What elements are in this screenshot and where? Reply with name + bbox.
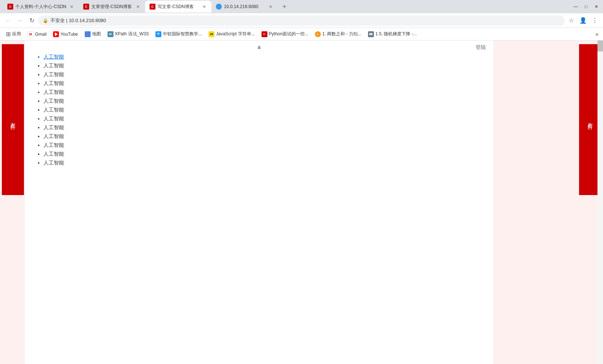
list-item-text-10: 人工智能	[43, 133, 64, 139]
tab2-close[interactable]: ✕	[135, 4, 141, 10]
bookmark-apps[interactable]: ⊞ 应用	[3, 29, 24, 39]
list-item-text-13: 人工智能	[43, 160, 64, 166]
list-item-text-7: 人工智能	[43, 107, 64, 113]
list-item: 人工智能	[43, 71, 486, 78]
tab-article-mgmt[interactable]: C 文章管理-CSDN博客 ✕	[79, 1, 145, 13]
list-item-link-1[interactable]: 人工智能	[43, 54, 64, 60]
main-content: 左广告 登陆 a 人工智能 人工智能 人工智能 人工智能 人工智能	[0, 40, 603, 364]
js-label: JavaScript 字符串...	[216, 31, 255, 37]
zhsoft-icon: 中	[155, 31, 161, 37]
page-content: 登陆 a 人工智能 人工智能 人工智能 人工智能 人工智能 人工智能	[25, 40, 493, 364]
security-icon: 🔒	[43, 18, 48, 23]
minimize-button[interactable]: —	[572, 3, 579, 10]
tab3-label: 写文章-CSDN博客	[158, 4, 199, 10]
left-ad-text: 左广告	[10, 119, 16, 121]
list-item: 人工智能	[43, 107, 486, 113]
close-button[interactable]: ✕	[593, 3, 600, 10]
tab3-close[interactable]: ✕	[201, 4, 207, 10]
list-item: 人工智能	[43, 116, 486, 122]
list-item: 人工智能	[43, 98, 486, 105]
tab4-close[interactable]: ✕	[267, 4, 273, 10]
list-item: 人工智能	[43, 151, 486, 158]
list-item: 人工智能	[43, 89, 486, 96]
list-item-text-6: 人工智能	[43, 98, 64, 104]
url-text: 不安全 | 10.0.14.216:8080	[50, 17, 560, 24]
leetcode-label: 1. 两数之和 - 力扣...	[322, 31, 361, 37]
bookmark-youtube[interactable]: YouTube	[50, 30, 81, 39]
right-ad-text: 右广告	[587, 119, 593, 121]
bookmarks-bar: ⊞ 应用 M Gmail YouTube 📍 地图 W XPath 语法_W3S…	[0, 28, 603, 40]
menu-button[interactable]: ⋮	[590, 15, 600, 26]
bookmark-leetcode[interactable]: L 1. 两数之和 - 力扣...	[312, 29, 364, 39]
list-item-text-5: 人工智能	[43, 89, 64, 95]
tab4-label: 10.0.14.216:8080	[224, 4, 265, 9]
forward-button[interactable]: →	[15, 15, 25, 26]
login-link[interactable]: 登陆	[476, 44, 486, 51]
scrollbar-thumb[interactable]	[597, 40, 603, 52]
bookmark-star-button[interactable]: ☆	[566, 15, 576, 26]
ml-label: 1.5. 随机梯度下降 -...	[375, 31, 417, 37]
list-item: 人工智能	[43, 124, 486, 131]
youtube-icon	[53, 31, 59, 37]
tab-local-server[interactable]: 🌐 10.0.14.216:8080 ✕	[211, 1, 278, 13]
secure-label: 不安全 |	[50, 18, 67, 23]
apps-grid-icon: ⊞	[6, 31, 11, 38]
tab-write-article[interactable]: C 写文章-CSDN博客 ✕	[145, 1, 211, 13]
python-csdn-icon: C	[262, 31, 267, 37]
bookmark-maps[interactable]: 📍 地图	[82, 29, 104, 39]
bookmark-w3s[interactable]: W XPath 语法_W3S	[105, 29, 152, 39]
gmail-icon: M	[28, 31, 34, 37]
list-item: 人工智能	[43, 54, 486, 60]
tab2-label: 文章管理-CSDN博客	[91, 4, 133, 10]
bookmark-ml[interactable]: 📖 1.5. 随机梯度下降 -...	[365, 29, 420, 39]
js-icon: JS	[208, 31, 214, 37]
new-tab-button[interactable]: +	[279, 1, 290, 12]
nav-right-icons: ☆ 👤 ⋮	[566, 15, 600, 26]
bookmark-python[interactable]: C Python面试的一些...	[259, 29, 311, 39]
bookmarks-more-button[interactable]: »	[594, 29, 600, 39]
w3s-label: XPath 语法_W3S	[115, 31, 149, 37]
tab1-close[interactable]: ✕	[69, 4, 74, 10]
leetcode-icon: L	[315, 31, 321, 37]
maps-icon: 📍	[85, 31, 91, 37]
refresh-button[interactable]: ↻	[27, 15, 37, 26]
letter-a-text: a	[32, 44, 486, 50]
left-ad-banner: 左广告	[2, 44, 24, 195]
scrollbar[interactable]	[597, 40, 603, 364]
user-profile-button[interactable]: 👤	[578, 15, 588, 26]
youtube-label: YouTube	[60, 32, 78, 37]
tab-personal[interactable]: C 个人资料-个人中心-CSDN ✕	[3, 1, 79, 13]
bookmark-gmail[interactable]: M Gmail	[25, 30, 49, 39]
list-item-text-11: 人工智能	[43, 142, 64, 148]
ml-book-icon: 📖	[368, 31, 374, 37]
globe-icon-tab4: 🌐	[216, 4, 222, 10]
csdn-icon-tab3: C	[150, 4, 155, 10]
list-item-text-3: 人工智能	[43, 71, 64, 77]
list-item: 人工智能	[43, 160, 486, 166]
bookmark-zhsoft[interactable]: 中 中软国际智慧教学...	[152, 29, 205, 39]
list-item-text-12: 人工智能	[43, 151, 64, 157]
apps-label: 应用	[12, 31, 21, 37]
maps-label: 地图	[92, 31, 101, 37]
bookmark-js[interactable]: JS JavaScript 字符串...	[206, 29, 257, 39]
maximize-button[interactable]: □	[582, 3, 590, 10]
right-sidebar	[493, 40, 578, 364]
list-item-text-8: 人工智能	[43, 116, 64, 121]
csdn-icon-tab1: C	[7, 4, 13, 10]
list-item: 人工智能	[43, 133, 486, 140]
left-ad-container: 左广告	[0, 40, 25, 364]
titlebar: C 个人资料-个人中心-CSDN ✕ C 文章管理-CSDN博客 ✕ C 写文章…	[0, 0, 603, 13]
gmail-label: Gmail	[35, 32, 46, 37]
back-button[interactable]: ←	[3, 15, 13, 26]
list-item: 人工智能	[43, 80, 486, 87]
window-controls: — □ ✕	[572, 3, 600, 10]
url-value: 10.0.14.216:8080	[69, 18, 106, 23]
list-item: 人工智能	[43, 63, 486, 69]
list-item-text-4: 人工智能	[43, 80, 64, 86]
tab1-label: 个人资料-个人中心-CSDN	[15, 4, 66, 10]
address-bar[interactable]: 🔒 不安全 | 10.0.14.216:8080	[38, 15, 565, 26]
list-item: 人工智能	[43, 142, 486, 149]
csdn-icon-tab2: C	[83, 4, 89, 10]
list-item-text-9: 人工智能	[43, 124, 64, 130]
w3s-icon: W	[108, 31, 113, 37]
